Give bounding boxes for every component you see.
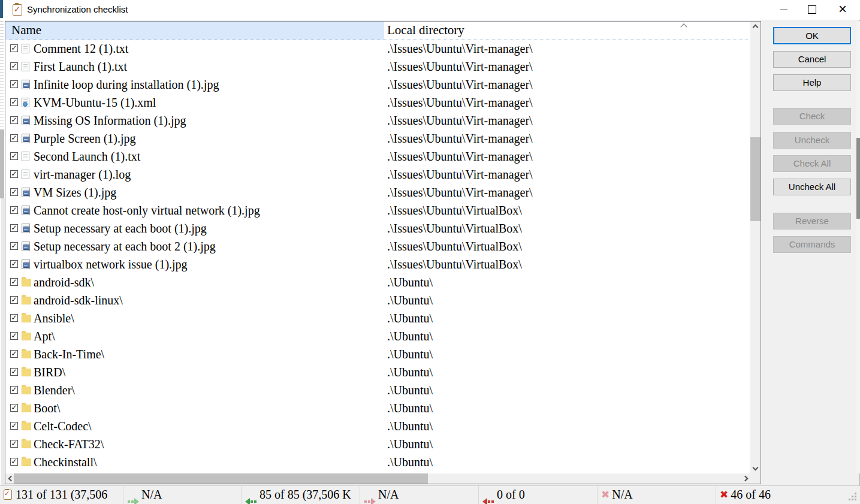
status-text: N/A (141, 488, 162, 501)
row-checkbox[interactable]: ✓ (10, 170, 18, 178)
txt-file-icon (22, 62, 29, 71)
uncheck-all-button[interactable]: Uncheck All (773, 179, 851, 195)
local-directory-cell: .\Ubuntu\ (387, 435, 433, 453)
row-checkbox[interactable]: ✓ (10, 296, 18, 304)
row-checkbox[interactable]: ✓ (10, 116, 18, 124)
file-name: Setup necessary at each boot 2 (1).jpg (34, 237, 216, 255)
table-row[interactable]: ✓android-sdk-linux\.\Ubuntu\ (5, 291, 750, 309)
close-button[interactable]: × (829, 0, 856, 20)
column-header-local-directory[interactable]: Local directory (384, 22, 750, 40)
row-checkbox[interactable]: ✓ (10, 206, 18, 214)
list-header: Name Local directory (5, 22, 750, 40)
row-checkbox[interactable]: ✓ (10, 314, 18, 322)
table-row[interactable]: ✓First Launch (1).txt.\Issues\Ubuntu\Vir… (5, 58, 750, 76)
table-row[interactable]: ✓Comment 12 (1).txt.\Issues\Ubuntu\Virt-… (5, 40, 750, 58)
table-row[interactable]: ✓Ansible\.\Ubuntu\ (5, 309, 750, 327)
table-row[interactable]: ✓Setup necessary at each boot (1).jpg.\I… (5, 219, 750, 237)
table-row[interactable]: ✓Second Launch (1).txt.\Issues\Ubuntu\Vi… (5, 147, 750, 165)
row-checkbox[interactable]: ✓ (10, 278, 18, 286)
dashed-arrow-right-icon (364, 492, 376, 498)
dashed-arrow-right-icon (127, 492, 139, 498)
folder-icon (22, 351, 31, 358)
row-checkbox[interactable]: ✓ (10, 242, 18, 250)
file-name: Back-In-Time\ (34, 345, 104, 363)
local-directory-cell: .\Ubuntu\ (387, 309, 433, 327)
local-directory-cell: .\Ubuntu\ (387, 273, 433, 291)
file-name: First Launch (1).txt (34, 58, 127, 76)
sort-indicator-icon (681, 23, 687, 29)
status-panel: N/A (123, 486, 241, 504)
maximize-button[interactable] (798, 0, 825, 20)
row-checkbox[interactable]: ✓ (10, 368, 18, 376)
column-header-name[interactable]: Name (5, 22, 384, 40)
table-row[interactable]: ✓KVM-Ubuntu-15 (1).xml.\Issues\Ubuntu\Vi… (5, 93, 750, 111)
row-checkbox[interactable]: ✓ (10, 80, 18, 88)
xml-file-icon (22, 98, 29, 107)
table-row[interactable]: ✓Blender\.\Ubuntu\ (5, 381, 750, 399)
row-checkbox[interactable]: ✓ (10, 332, 18, 340)
table-row[interactable]: ✓android-sdk\.\Ubuntu\ (5, 273, 750, 291)
table-row[interactable]: ✓virtualbox network issue (1).jpg.\Issue… (5, 255, 750, 273)
row-checkbox[interactable]: ✓ (10, 350, 18, 358)
table-row[interactable]: ✓Cannot create host-only virtual network… (5, 201, 750, 219)
row-checkbox[interactable]: ✓ (10, 260, 18, 268)
background-window-edge-right (856, 21, 860, 473)
file-name: Celt-Codec\ (34, 417, 92, 435)
table-row[interactable]: ✓Missing OS Information (1).jpg.\Issues\… (5, 111, 750, 129)
row-checkbox[interactable]: ✓ (10, 152, 18, 160)
file-name: virt-manager (1).log (34, 165, 131, 183)
table-row[interactable]: ✓Apt\.\Ubuntu\ (5, 327, 750, 345)
resize-grip[interactable] (849, 493, 857, 501)
table-row[interactable]: ✓Checkinstall\.\Ubuntu\ (5, 453, 750, 471)
table-row[interactable]: ✓VM Sizes (1).jpg.\Issues\Ubuntu\Virt-ma… (5, 183, 750, 201)
status-text: 46 of 46 (731, 488, 771, 501)
row-checkbox[interactable]: ✓ (10, 440, 18, 448)
row-checkbox[interactable]: ✓ (10, 422, 18, 430)
scroll-up-button[interactable] (750, 22, 761, 32)
local-directory-cell: .\Issues\Ubuntu\VirtualBox\ (387, 255, 522, 273)
table-row[interactable]: ✓Boot\.\Ubuntu\ (5, 399, 750, 417)
horizontal-scrollbar[interactable] (5, 473, 752, 484)
file-name: Purple Screen (1).jpg (34, 129, 136, 147)
minimize-button[interactable] (770, 0, 798, 20)
table-row[interactable]: ✓Setup necessary at each boot 2 (1).jpg.… (5, 237, 750, 255)
statusbar: ✓131 of 131 (37,506N/A85 of 85 (37,506 K… (0, 485, 860, 504)
row-checkbox[interactable]: ✓ (10, 404, 18, 412)
table-row[interactable]: ✓Check-FAT32\.\Ubuntu\ (5, 435, 750, 453)
folder-icon (22, 422, 31, 430)
scroll-down-button[interactable] (750, 464, 761, 474)
ok-button[interactable]: OK (773, 27, 851, 44)
help-button[interactable]: Help (773, 74, 851, 91)
cancel-button[interactable]: Cancel (773, 51, 851, 68)
table-row[interactable]: ✓BIRD\.\Ubuntu\ (5, 363, 750, 381)
local-directory-cell: .\Issues\Ubuntu\Virt-manager\ (387, 93, 533, 111)
file-name: KVM-Ubuntu-15 (1).xml (34, 93, 156, 111)
local-directory-cell: .\Issues\Ubuntu\Virt-manager\ (387, 129, 533, 147)
file-name: Cannot create host-only virtual network … (34, 201, 260, 219)
row-checkbox[interactable]: ✓ (10, 188, 18, 196)
row-checkbox[interactable]: ✓ (10, 458, 18, 466)
jpg-file-icon (22, 259, 30, 269)
chevron-right-icon (743, 476, 749, 482)
row-checkbox[interactable]: ✓ (10, 386, 18, 394)
row-checkbox[interactable]: ✓ (10, 44, 18, 52)
table-row[interactable]: ✓virt-manager (1).log.\Issues\Ubuntu\Vir… (5, 165, 750, 183)
row-checkbox[interactable]: ✓ (10, 224, 18, 232)
table-row[interactable]: ✓Infinite loop during installation (1).j… (5, 76, 750, 93)
jpg-file-icon (22, 80, 30, 89)
row-checkbox[interactable]: ✓ (10, 134, 18, 142)
jpg-file-icon (22, 224, 30, 233)
jpg-file-icon (22, 116, 30, 125)
dashed-arrow-left-icon (482, 492, 494, 498)
table-row[interactable]: ✓Purple Screen (1).jpg.\Issues\Ubuntu\Vi… (5, 129, 750, 147)
table-row[interactable]: ✓Back-In-Time\.\Ubuntu\ (5, 345, 750, 363)
row-checkbox[interactable]: ✓ (10, 98, 18, 106)
row-checkbox[interactable]: ✓ (10, 62, 18, 70)
file-name: Check-FAT32\ (34, 435, 104, 453)
table-row[interactable]: ✓Celt-Codec\.\Ubuntu\ (5, 417, 750, 435)
vertical-scrollbar-thumb[interactable] (750, 137, 761, 221)
uncheck-button: Uncheck (773, 132, 851, 149)
horizontal-scrollbar-thumb[interactable] (14, 473, 428, 484)
vertical-scrollbar[interactable] (750, 22, 761, 474)
jpg-file-icon (22, 206, 30, 215)
